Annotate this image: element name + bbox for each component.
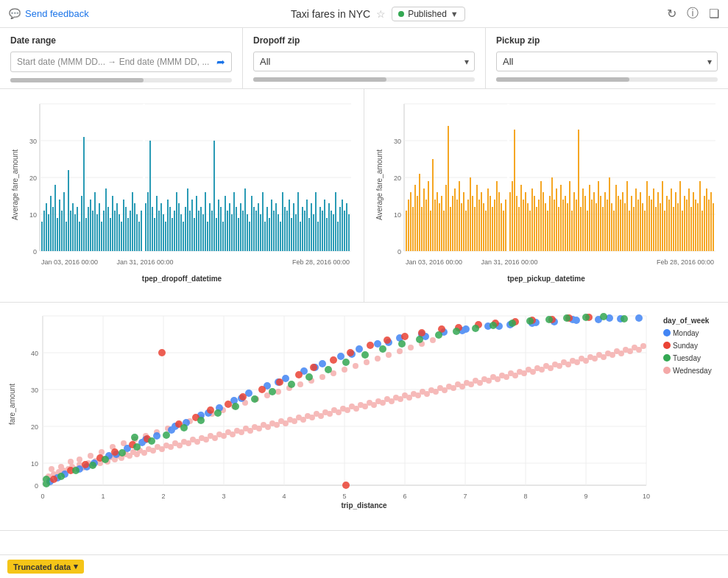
svg-point-516 bbox=[430, 337, 436, 343]
svg-rect-124 bbox=[293, 203, 294, 251]
svg-rect-212 bbox=[512, 181, 513, 251]
svg-rect-41 bbox=[110, 218, 111, 251]
svg-rect-104 bbox=[249, 222, 250, 251]
svg-point-614 bbox=[269, 388, 276, 395]
svg-rect-102 bbox=[244, 188, 246, 251]
svg-rect-27 bbox=[79, 222, 80, 251]
svg-rect-91 bbox=[220, 207, 222, 251]
svg-rect-105 bbox=[251, 196, 252, 251]
svg-point-619 bbox=[361, 351, 369, 359]
svg-text:7: 7 bbox=[463, 493, 467, 500]
svg-rect-137 bbox=[322, 211, 323, 251]
svg-rect-53 bbox=[136, 214, 138, 251]
svg-rect-23 bbox=[70, 211, 71, 251]
svg-point-610 bbox=[197, 417, 205, 424]
svg-point-599 bbox=[342, 482, 350, 489]
svg-point-578 bbox=[225, 401, 232, 408]
svg-point-644 bbox=[663, 367, 671, 374]
svg-rect-198 bbox=[481, 192, 482, 251]
svg-point-631 bbox=[582, 314, 590, 321]
svg-rect-231 bbox=[554, 200, 555, 251]
svg-rect-15 bbox=[52, 207, 54, 251]
svg-rect-193 bbox=[470, 177, 471, 251]
svg-rect-170 bbox=[419, 174, 420, 251]
svg-rect-256 bbox=[609, 177, 610, 251]
svg-rect-97 bbox=[233, 192, 235, 251]
svg-rect-226 bbox=[543, 192, 544, 251]
pickup-zip-select[interactable]: All bbox=[496, 52, 718, 71]
svg-rect-297 bbox=[699, 181, 701, 251]
star-icon[interactable]: ☆ bbox=[376, 8, 386, 20]
dropoff-scrollbar-thumb[interactable] bbox=[253, 77, 386, 82]
date-range-input[interactable]: Start date (MMM DD... → End date (MMM DD… bbox=[10, 52, 232, 72]
svg-text:30: 30 bbox=[29, 138, 37, 145]
svg-rect-243 bbox=[580, 207, 582, 251]
svg-point-577 bbox=[207, 406, 214, 414]
date-sync-icon: ➦ bbox=[216, 56, 225, 68]
svg-text:Jan 03, 2016 00:00: Jan 03, 2016 00:00 bbox=[406, 258, 462, 266]
truncated-chevron-icon: ▾ bbox=[74, 562, 78, 571]
svg-point-484 bbox=[77, 457, 82, 462]
svg-rect-209 bbox=[505, 200, 506, 251]
fullscreen-icon[interactable]: ❏ bbox=[709, 7, 719, 21]
svg-point-628 bbox=[526, 317, 534, 325]
svg-rect-213 bbox=[514, 130, 515, 251]
svg-point-510 bbox=[364, 359, 370, 365]
svg-point-638 bbox=[663, 329, 671, 336]
dropoff-zip-select[interactable]: All bbox=[253, 52, 475, 71]
svg-rect-239 bbox=[571, 211, 573, 251]
svg-rect-274 bbox=[649, 196, 650, 251]
published-badge[interactable]: Published ▼ bbox=[392, 7, 465, 21]
svg-rect-130 bbox=[306, 200, 308, 251]
svg-rect-108 bbox=[258, 203, 259, 251]
svg-point-483 bbox=[68, 459, 74, 465]
svg-text:6: 6 bbox=[403, 493, 406, 500]
svg-rect-135 bbox=[317, 222, 319, 251]
svg-rect-235 bbox=[562, 200, 564, 251]
svg-text:3: 3 bbox=[222, 493, 225, 500]
refresh-icon[interactable]: ↻ bbox=[667, 7, 676, 21]
svg-rect-44 bbox=[116, 203, 118, 251]
svg-rect-244 bbox=[582, 188, 584, 251]
svg-rect-179 bbox=[439, 203, 440, 251]
svg-rect-259 bbox=[615, 185, 617, 251]
dropoff-zip-filter: Dropoff zip All bbox=[243, 28, 486, 88]
svg-rect-57 bbox=[145, 203, 146, 251]
svg-rect-34 bbox=[94, 192, 96, 251]
svg-rect-303 bbox=[713, 203, 714, 251]
info-icon[interactable]: ⓘ bbox=[687, 6, 699, 21]
svg-rect-149 bbox=[348, 214, 350, 251]
svg-rect-55 bbox=[141, 211, 142, 251]
svg-rect-60 bbox=[152, 207, 153, 251]
pickup-scrollbar-thumb[interactable] bbox=[496, 77, 629, 82]
svg-point-632 bbox=[600, 313, 607, 320]
svg-point-588 bbox=[401, 333, 409, 340]
svg-rect-222 bbox=[534, 196, 535, 251]
svg-rect-10 bbox=[41, 222, 43, 251]
svg-rect-196 bbox=[476, 185, 478, 251]
svg-rect-298 bbox=[702, 211, 703, 251]
svg-rect-265 bbox=[629, 211, 630, 251]
svg-rect-101 bbox=[242, 211, 244, 251]
svg-point-605 bbox=[119, 449, 126, 457]
svg-rect-132 bbox=[311, 203, 312, 251]
svg-rect-206 bbox=[498, 192, 500, 251]
svg-rect-284 bbox=[671, 188, 672, 251]
svg-rect-113 bbox=[269, 218, 270, 251]
svg-rect-99 bbox=[238, 218, 239, 251]
svg-rect-90 bbox=[218, 200, 219, 251]
svg-rect-146 bbox=[342, 200, 343, 251]
svg-rect-39 bbox=[105, 188, 107, 251]
truncated-data-badge[interactable]: Truncated data ▾ bbox=[7, 560, 84, 574]
svg-point-608 bbox=[163, 431, 170, 439]
date-scrollbar-thumb[interactable] bbox=[10, 78, 144, 82]
send-feedback-button[interactable]: 💬 Send feedback bbox=[9, 8, 89, 19]
svg-rect-299 bbox=[704, 196, 705, 251]
svg-rect-11 bbox=[43, 211, 45, 251]
svg-rect-139 bbox=[326, 218, 328, 251]
svg-rect-28 bbox=[81, 196, 82, 251]
svg-point-603 bbox=[89, 462, 96, 469]
svg-rect-184 bbox=[450, 207, 451, 251]
svg-rect-204 bbox=[494, 200, 495, 251]
svg-rect-167 bbox=[412, 207, 414, 251]
